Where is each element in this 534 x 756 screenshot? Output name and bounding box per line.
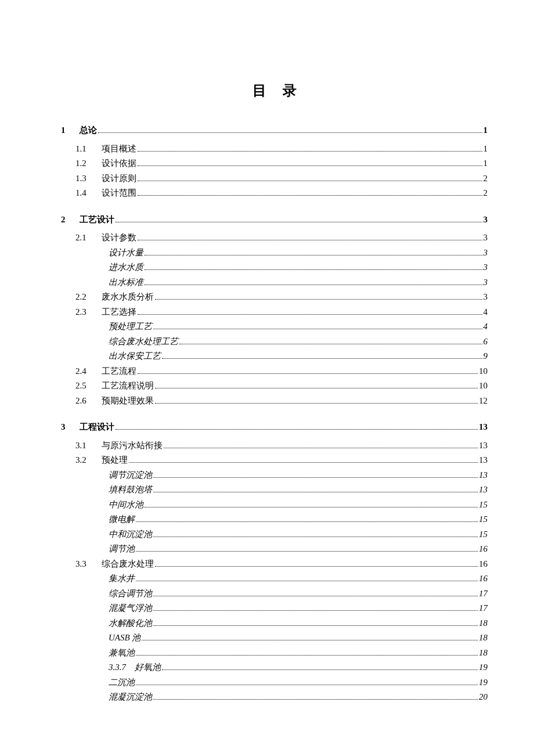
toc-label: 与原污水站衔接 bbox=[102, 438, 163, 453]
toc-number: 2.4 bbox=[75, 364, 102, 379]
toc-label: 二沉池 bbox=[109, 675, 135, 690]
toc-label: 预处理 bbox=[102, 453, 128, 468]
table-of-contents: 1总论11.1项目概述11.2设计依据11.3设计原则21.4设计范围22工艺设… bbox=[61, 123, 488, 705]
toc-page-number: 17 bbox=[479, 601, 488, 616]
toc-number: 2.3 bbox=[75, 305, 102, 320]
toc-leader bbox=[155, 388, 478, 388]
toc-page-number: 4 bbox=[484, 305, 488, 320]
toc-entry: 预处理工艺4 bbox=[61, 319, 488, 334]
toc-entry: 设计水量3 bbox=[61, 246, 488, 261]
toc-number: 2.6 bbox=[75, 394, 102, 409]
toc-label: 集水井 bbox=[109, 571, 135, 586]
toc-entry: UASB 池18 bbox=[61, 631, 488, 646]
toc-entry: 2.6预期处理效果12 bbox=[61, 394, 488, 409]
toc-leader bbox=[153, 625, 478, 626]
toc-page-number: 16 bbox=[479, 571, 488, 586]
toc-entry: 集水井16 bbox=[61, 571, 488, 586]
toc-page-number: 12 bbox=[479, 394, 488, 409]
toc-number: 1.1 bbox=[75, 142, 102, 157]
toc-leader bbox=[145, 285, 482, 285]
toc-page-number: 17 bbox=[479, 586, 488, 602]
toc-leader bbox=[138, 240, 482, 240]
toc-label: 综合调节池 bbox=[109, 586, 152, 602]
toc-leader bbox=[145, 269, 482, 270]
toc-label: 好氧池 bbox=[135, 660, 161, 675]
toc-page-number: 19 bbox=[479, 660, 488, 675]
toc-entry: 出水标准3 bbox=[61, 275, 488, 290]
toc-label: 设计原则 bbox=[102, 171, 136, 186]
toc-label: 水解酸化池 bbox=[109, 616, 152, 631]
toc-leader bbox=[138, 373, 478, 374]
toc-label: 综合废水处理工艺 bbox=[109, 334, 178, 350]
toc-entry: 兼氧池18 bbox=[61, 646, 488, 661]
toc-leader bbox=[138, 314, 482, 315]
toc-number: 1.4 bbox=[75, 186, 102, 201]
toc-label: 填料鼓泡塔 bbox=[109, 483, 152, 498]
document-page: 目录 1总论11.1项目概述11.2设计依据11.3设计原则21.4设计范围22… bbox=[0, 0, 534, 740]
toc-leader bbox=[136, 551, 478, 552]
toc-page-number: 10 bbox=[479, 379, 488, 394]
toc-entry: 调节沉淀池13 bbox=[61, 468, 488, 483]
toc-page-number: 3 bbox=[484, 231, 488, 246]
toc-entry: 调节池16 bbox=[61, 542, 488, 557]
toc-page-number: 6 bbox=[484, 334, 488, 350]
toc-number: 3.3.7 bbox=[109, 660, 135, 675]
toc-page-number: 18 bbox=[479, 631, 488, 646]
toc-page-number: 16 bbox=[479, 557, 488, 572]
toc-leader bbox=[138, 181, 482, 181]
toc-label: 出水保安工艺 bbox=[109, 349, 161, 364]
toc-entry: 1.1项目概述1 bbox=[61, 142, 488, 157]
toc-entry: 进水水质3 bbox=[61, 260, 488, 275]
toc-label: 预处理工艺 bbox=[109, 319, 152, 334]
toc-leader bbox=[116, 222, 482, 222]
toc-number: 2.1 bbox=[75, 231, 102, 246]
toc-label: 工艺选择 bbox=[102, 305, 136, 320]
toc-page-number: 20 bbox=[479, 690, 488, 705]
toc-leader bbox=[116, 429, 478, 430]
toc-entry: 微电解15 bbox=[61, 512, 488, 527]
toc-label: 设计依据 bbox=[102, 156, 136, 171]
toc-label: 废水水质分析 bbox=[102, 290, 154, 305]
toc-label: 项目概述 bbox=[102, 142, 136, 157]
toc-label: 综合废水处理 bbox=[102, 557, 154, 572]
toc-page-number: 13 bbox=[479, 483, 488, 498]
toc-page-number: 10 bbox=[479, 364, 488, 379]
toc-label: 设计参数 bbox=[102, 231, 136, 246]
toc-number: 2 bbox=[61, 213, 80, 228]
toc-number: 2.5 bbox=[75, 379, 102, 394]
toc-label: 混凝气浮池 bbox=[109, 601, 152, 616]
page-title: 目录 bbox=[61, 81, 488, 100]
toc-entry: 3工程设计13 bbox=[61, 420, 488, 435]
toc-label: 微电解 bbox=[109, 512, 135, 527]
toc-entry: 中和沉淀池15 bbox=[61, 527, 488, 542]
toc-entry: 2.2废水水质分析3 bbox=[61, 290, 488, 305]
toc-page-number: 18 bbox=[479, 616, 488, 631]
toc-page-number: 1 bbox=[484, 123, 488, 138]
toc-leader bbox=[155, 566, 478, 567]
toc-leader bbox=[155, 299, 482, 300]
toc-page-number: 1 bbox=[484, 156, 488, 171]
toc-page-number: 2 bbox=[484, 186, 488, 201]
toc-number: 3.1 bbox=[75, 438, 102, 453]
toc-leader bbox=[164, 448, 478, 448]
toc-number: 1.2 bbox=[75, 156, 102, 171]
toc-number: 3.2 bbox=[75, 453, 102, 468]
toc-leader bbox=[155, 403, 478, 404]
toc-entry: 填料鼓泡塔13 bbox=[61, 483, 488, 498]
toc-entry: 水解酸化池18 bbox=[61, 616, 488, 631]
toc-page-number: 15 bbox=[479, 527, 488, 542]
toc-page-number: 3 bbox=[484, 290, 488, 305]
toc-label: 工程设计 bbox=[80, 420, 114, 435]
toc-page-number: 1 bbox=[484, 142, 488, 157]
toc-page-number: 13 bbox=[479, 468, 488, 483]
toc-page-number: 16 bbox=[479, 542, 488, 557]
toc-leader bbox=[98, 132, 482, 133]
toc-label: 设计水量 bbox=[109, 246, 143, 261]
toc-leader bbox=[145, 255, 482, 255]
toc-label: 混凝沉淀池 bbox=[109, 690, 152, 705]
toc-label: 工艺流程说明 bbox=[102, 379, 154, 394]
toc-entry: 二沉池19 bbox=[61, 675, 488, 690]
toc-label: 工艺设计 bbox=[80, 213, 114, 228]
toc-leader bbox=[142, 640, 478, 640]
toc-number: 1.3 bbox=[75, 171, 102, 186]
